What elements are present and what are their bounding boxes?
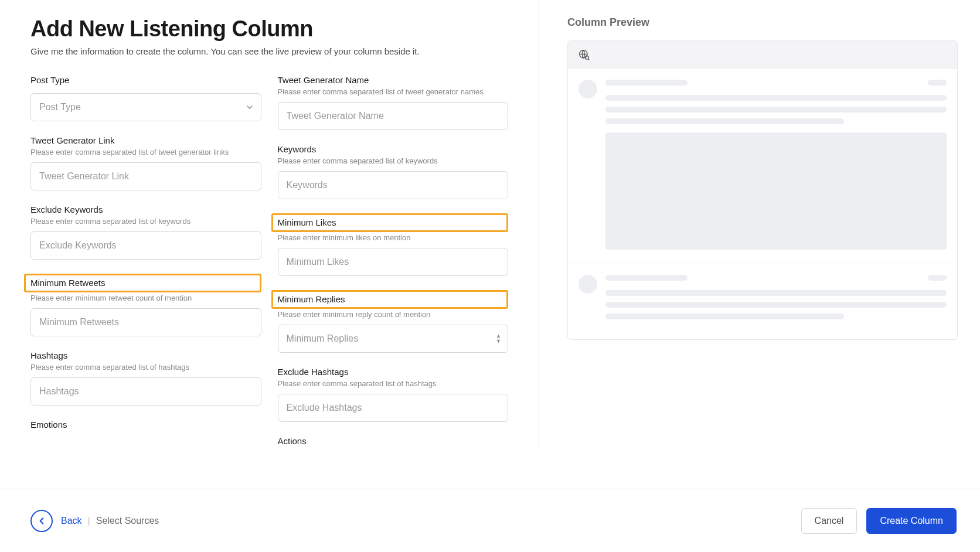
image-placeholder xyxy=(605,132,947,250)
back-button[interactable] xyxy=(30,510,53,532)
minimum-replies-label: Minimum Replies xyxy=(278,294,345,304)
emotions-label: Emotions xyxy=(30,420,261,430)
tweet-gen-name-hint: Please enter comma separated list of twe… xyxy=(278,87,509,96)
minimum-likes-input[interactable] xyxy=(278,248,509,276)
minimum-retweets-hint: Please enter minimum retweet count of me… xyxy=(30,294,261,302)
avatar-placeholder xyxy=(579,80,597,98)
create-column-button[interactable]: Create Column xyxy=(866,508,957,534)
minimum-likes-label: Minimum Likes xyxy=(278,217,336,227)
exclude-hashtags-label: Exclude Hashtags xyxy=(278,367,509,377)
tweet-gen-link-label: Tweet Generator Link xyxy=(30,135,261,145)
breadcrumb-separator: | xyxy=(88,516,90,526)
exclude-keywords-hint: Please enter comma separated list of key… xyxy=(30,217,261,226)
tweet-gen-name-input[interactable] xyxy=(278,102,509,130)
keywords-hint: Please enter comma separated list of key… xyxy=(278,156,509,165)
post-type-placeholder: Post Type xyxy=(39,102,81,113)
placeholder-line xyxy=(605,302,947,308)
field-post-type: Post Type Post Type xyxy=(30,75,261,121)
exclude-keywords-input[interactable] xyxy=(30,231,261,260)
field-exclude-keywords: Exclude Keywords Please enter comma sepa… xyxy=(30,205,261,260)
field-tweet-generator-name: Tweet Generator Name Please enter comma … xyxy=(278,75,509,130)
placeholder-line xyxy=(605,290,947,296)
page-title: Add New Listening Column xyxy=(30,16,508,42)
field-minimum-replies: Minimum Replies Please enter minimum rep… xyxy=(278,290,509,353)
exclude-hashtags-hint: Please enter comma separated list of has… xyxy=(278,379,509,388)
form-column-left: Post Type Post Type Tweet Generator Link… xyxy=(30,75,261,448)
field-actions: Actions xyxy=(278,436,509,448)
preview-body xyxy=(605,80,947,250)
hashtags-label: Hashtags xyxy=(30,350,261,360)
preview-panel: Column Preview xyxy=(539,0,980,449)
placeholder-line xyxy=(605,107,947,113)
preview-item xyxy=(568,69,957,264)
svg-line-2 xyxy=(588,59,589,60)
post-type-label: Post Type xyxy=(30,75,261,85)
placeholder-line xyxy=(605,80,688,86)
exclude-hashtags-input[interactable] xyxy=(278,394,509,422)
minimum-replies-placeholder: Minimum Replies xyxy=(287,333,359,344)
placeholder-line xyxy=(928,80,947,86)
globe-search-icon xyxy=(579,49,590,61)
minimum-likes-hint: Please enter minimum likes on mention xyxy=(278,233,509,242)
avatar-placeholder xyxy=(579,275,597,294)
stepper-icon[interactable]: ▲▼ xyxy=(496,334,501,343)
highlight-minimum-likes: Minimum Likes xyxy=(271,213,509,232)
preview-body xyxy=(605,275,947,325)
field-minimum-likes: Minimum Likes Please enter minimum likes… xyxy=(278,213,509,276)
hashtags-hint: Please enter comma separated list of has… xyxy=(30,363,261,372)
exclude-keywords-label: Exclude Keywords xyxy=(30,205,261,214)
tweet-gen-link-hint: Please enter comma separated list of twe… xyxy=(30,148,261,156)
field-hashtags: Hashtags Please enter comma separated li… xyxy=(30,350,261,406)
cancel-button[interactable]: Cancel xyxy=(801,508,858,534)
placeholder-line xyxy=(605,314,844,319)
preview-header xyxy=(568,41,957,69)
field-minimum-retweets: Minimum Retweets Please enter minimum re… xyxy=(30,274,261,336)
placeholder-line xyxy=(928,275,947,281)
field-keywords: Keywords Please enter comma separated li… xyxy=(278,144,509,199)
actions-label: Actions xyxy=(278,436,509,446)
placeholder-line xyxy=(605,118,844,124)
keywords-label: Keywords xyxy=(278,144,509,154)
back-label[interactable]: Back xyxy=(61,516,82,526)
chevron-down-icon xyxy=(246,104,253,111)
preview-item xyxy=(568,264,957,339)
minimum-replies-input[interactable]: Minimum Replies xyxy=(278,325,509,353)
highlight-minimum-replies: Minimum Replies xyxy=(271,290,509,309)
page-subtitle: Give me the information to create the co… xyxy=(30,46,508,56)
placeholder-line xyxy=(605,95,947,101)
minimum-retweets-input[interactable] xyxy=(30,308,261,336)
minimum-replies-hint: Please enter minimum reply count of ment… xyxy=(278,310,509,319)
preview-card xyxy=(567,40,958,340)
minimum-retweets-label: Minimum Retweets xyxy=(30,278,106,288)
keywords-input[interactable] xyxy=(278,171,509,199)
highlight-minimum-retweets: Minimum Retweets xyxy=(24,274,261,292)
form-column-right: Tweet Generator Name Please enter comma … xyxy=(278,75,509,448)
hashtags-input[interactable] xyxy=(30,377,261,406)
preview-title: Column Preview xyxy=(567,16,958,29)
footer: Back | Select Sources Cancel Create Colu… xyxy=(0,489,980,552)
tweet-gen-name-label: Tweet Generator Name xyxy=(278,75,509,85)
field-exclude-hashtags: Exclude Hashtags Please enter comma sepa… xyxy=(278,367,509,422)
tweet-gen-link-input[interactable] xyxy=(30,162,261,190)
field-emotions: Emotions xyxy=(30,420,261,432)
placeholder-line xyxy=(605,275,688,281)
post-type-select[interactable]: Post Type xyxy=(30,93,261,121)
field-tweet-generator-link: Tweet Generator Link Please enter comma … xyxy=(30,135,261,190)
breadcrumb-current: Select Sources xyxy=(96,516,159,526)
form-panel: Add New Listening Column Give me the inf… xyxy=(0,0,539,449)
